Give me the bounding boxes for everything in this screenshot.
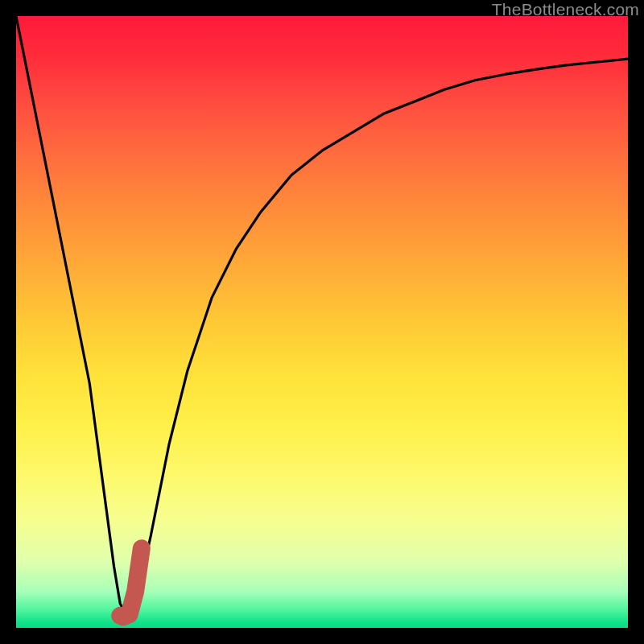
chart-container: TheBottleneck.com xyxy=(0,0,644,644)
curve-highlight xyxy=(120,548,142,617)
bottleneck-curve xyxy=(16,16,628,616)
plot-area xyxy=(16,16,628,628)
curve-layer xyxy=(16,16,628,628)
